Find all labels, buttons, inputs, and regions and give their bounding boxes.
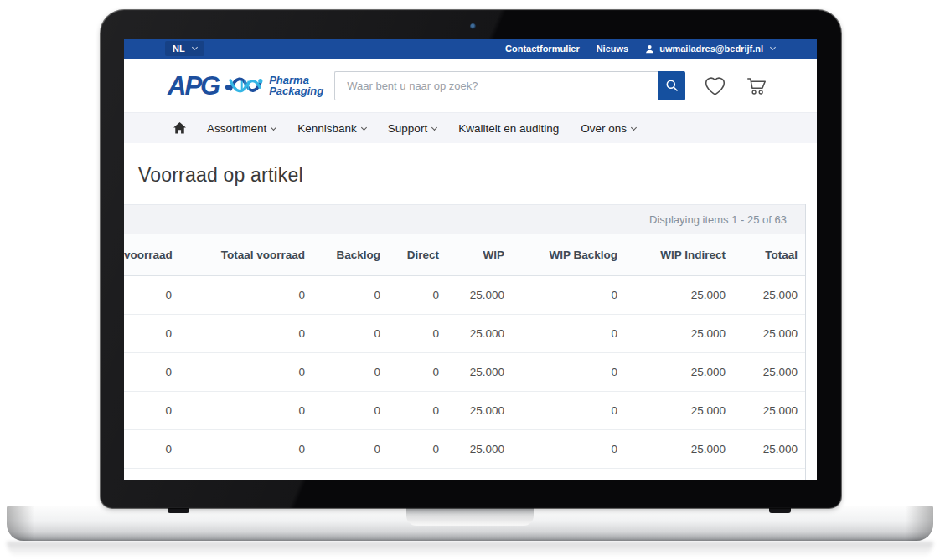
- nav-item-kwaliteit[interactable]: Kwaliteit en auditing: [447, 122, 570, 135]
- search-input[interactable]: [334, 71, 658, 100]
- cell-backlog: 0: [305, 404, 380, 417]
- account-menu[interactable]: uwmailadres@bedrijf.nl: [645, 44, 775, 54]
- column-header-wip[interactable]: WIP: [439, 249, 504, 261]
- language-selector[interactable]: NL: [165, 41, 204, 56]
- language-label: NL: [173, 44, 185, 54]
- cell-wip-indirect: 25.000: [617, 327, 726, 340]
- cell-wip-backlog: 0: [504, 443, 617, 455]
- nav-label: Assortiment: [207, 122, 266, 135]
- cart-button[interactable]: [745, 74, 768, 96]
- cell-voorraad: 0: [124, 289, 172, 301]
- cell-direct: 0: [380, 289, 439, 301]
- nav-label: Kennisbank: [297, 122, 357, 135]
- cell-backlog: 0: [305, 289, 380, 301]
- contact-link[interactable]: Contactformulier: [505, 44, 580, 54]
- table-row[interactable]: 0 0 0 0 25.000 0 25.000 25.000: [124, 430, 805, 469]
- cell-direct: 0: [380, 404, 439, 417]
- column-header-wip-backlog[interactable]: WIP Backlog: [504, 249, 617, 261]
- nav-item-over-ons[interactable]: Over ons: [570, 122, 647, 135]
- cell-totaal: 25.000: [726, 327, 798, 340]
- laptop-reflection: [7, 542, 933, 560]
- cell-backlog: 0: [305, 327, 380, 340]
- nav-label: Kwaliteit en auditing: [458, 122, 559, 135]
- tagline-line2: Packaging: [269, 85, 323, 97]
- cell-wip-backlog: 0: [504, 327, 617, 340]
- cell-voorraad: 0: [124, 327, 172, 340]
- table-status-bar: Displaying items 1 - 25 of 63: [124, 204, 805, 234]
- chevron-down-icon: [361, 124, 367, 130]
- chevron-down-icon: [431, 124, 437, 130]
- cell-wip: 25.000: [439, 443, 504, 455]
- cell-totaal: 25.000: [726, 443, 798, 455]
- nav-home[interactable]: [173, 122, 196, 134]
- chevron-down-icon: [271, 124, 276, 130]
- cell-backlog: 0: [305, 443, 380, 455]
- column-header-totaal-voorraad[interactable]: Totaal voorraad: [172, 249, 305, 261]
- cell-wip: 25.000: [439, 289, 504, 301]
- laptop-mockup: NL Contactformulier Nieuws uwmailadres@b…: [0, 0, 940, 560]
- cell-totaal-voorraad: 0: [172, 443, 305, 455]
- heart-icon: [704, 75, 726, 96]
- chevron-down-icon: [631, 124, 637, 130]
- wishlist-button[interactable]: [704, 75, 726, 96]
- cell-totaal-voorraad: 0: [172, 404, 305, 417]
- search-icon: [665, 79, 679, 92]
- search-button[interactable]: [658, 71, 685, 100]
- top-utility-bar: NL Contactformulier Nieuws uwmailadres@b…: [124, 39, 817, 59]
- cell-totaal: 25.000: [726, 404, 798, 417]
- cell-totaal: 25.000: [726, 366, 798, 378]
- nav-label: Over ons: [581, 122, 627, 135]
- browser-screen: NL Contactformulier Nieuws uwmailadres@b…: [124, 39, 817, 480]
- webcam-icon: [470, 23, 476, 29]
- account-email: uwmailadres@bedrijf.nl: [659, 44, 763, 54]
- cell-wip-backlog: 0: [504, 366, 617, 378]
- table-row[interactable]: 0 0 0 0 25.000 0 25.000 25.000: [124, 392, 805, 430]
- brand-tagline: Pharma Packaging: [269, 74, 323, 96]
- cell-wip-backlog: 0: [504, 404, 617, 417]
- table-header-row: voorraad Totaal voorraad Backlog Direct …: [124, 234, 805, 276]
- cart-icon: [745, 74, 768, 96]
- table-row[interactable]: 0 0 0 0 25.000 0 25.000 25.000: [124, 469, 805, 480]
- table-row[interactable]: 0 0 0 0 25.000 0 25.000 25.000: [124, 276, 805, 315]
- cell-wip-indirect: 25.000: [617, 404, 726, 417]
- page-title: Voorraad op artikel: [138, 164, 817, 187]
- column-header-wip-indirect[interactable]: WIP Indirect: [617, 249, 726, 261]
- cell-wip-indirect: 25.000: [617, 443, 726, 455]
- laptop-lid: NL Contactformulier Nieuws uwmailadres@b…: [101, 10, 841, 508]
- column-header-totaal[interactable]: Totaal: [726, 249, 798, 261]
- cell-voorraad: 0: [124, 366, 172, 378]
- company-logo[interactable]: APG Pharma Packaging: [168, 72, 323, 99]
- cell-direct: 0: [380, 327, 439, 340]
- user-icon: [645, 44, 654, 54]
- cell-voorraad: 0: [124, 404, 172, 417]
- cell-wip: 25.000: [439, 404, 504, 417]
- topbar-links: Contactformulier Nieuws uwmailadres@bedr…: [505, 44, 775, 54]
- stock-table: Displaying items 1 - 25 of 63 voorraad T…: [124, 204, 806, 480]
- main-nav: Assortiment Kennisbank Support Kwaliteit…: [124, 112, 817, 143]
- cell-wip: 25.000: [439, 366, 504, 378]
- nav-item-support[interactable]: Support: [377, 122, 447, 135]
- column-header-voorraad[interactable]: voorraad: [124, 249, 172, 261]
- search-bar: [334, 71, 685, 100]
- cell-totaal-voorraad: 0: [172, 289, 305, 301]
- cell-voorraad: 0: [124, 443, 172, 455]
- nav-item-assortiment[interactable]: Assortiment: [196, 122, 287, 135]
- cell-direct: 0: [380, 443, 439, 455]
- table-row[interactable]: 0 0 0 0 25.000 0 25.000 25.000: [124, 353, 805, 392]
- chevron-down-icon: [192, 44, 198, 50]
- column-header-direct[interactable]: Direct: [380, 249, 439, 261]
- news-link[interactable]: Nieuws: [597, 44, 629, 54]
- column-header-backlog[interactable]: Backlog: [305, 249, 380, 261]
- cell-totaal: 25.000: [726, 289, 798, 301]
- table-row[interactable]: 0 0 0 0 25.000 0 25.000 25.000: [124, 315, 805, 353]
- laptop-base-notch: [406, 506, 534, 526]
- cell-wip: 25.000: [439, 327, 504, 340]
- cell-totaal-voorraad: 0: [172, 327, 305, 340]
- home-icon: [173, 122, 186, 134]
- cell-wip-indirect: 25.000: [617, 289, 726, 301]
- cell-totaal-voorraad: 0: [172, 366, 305, 378]
- chevron-down-icon: [770, 44, 776, 50]
- nav-label: Support: [388, 122, 427, 135]
- nav-item-kennisbank[interactable]: Kennisbank: [287, 122, 377, 135]
- cell-direct: 0: [380, 366, 439, 378]
